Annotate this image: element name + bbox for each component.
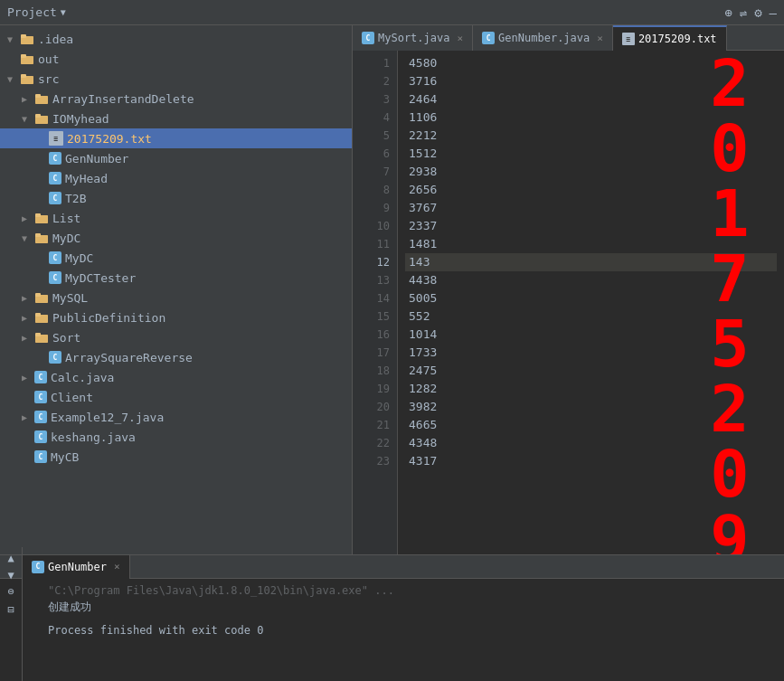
line-number: 8 xyxy=(353,181,397,199)
console-icon1[interactable]: ⊜ xyxy=(4,584,18,599)
svg-rect-5 xyxy=(21,56,33,64)
tree-item-ArrayInsertandDelete[interactable]: ▶ArrayInsertandDelete xyxy=(0,89,352,109)
tree-item-label: GenNumber xyxy=(65,152,128,166)
code-editor[interactable]: 1234567891011121314151617181920212223 45… xyxy=(353,51,784,554)
tree-item-label: Calc.java xyxy=(51,371,114,384)
tree-file-icon xyxy=(20,71,34,86)
tree-item-ArraySquareReverse[interactable]: CArraySquareReverse xyxy=(0,347,352,367)
tree-item-label: MySQL xyxy=(52,291,88,305)
gear-icon[interactable]: ⚙ xyxy=(754,5,761,20)
tree-item-src[interactable]: ▼src xyxy=(0,69,352,89)
tab-close-button[interactable]: × xyxy=(457,33,463,44)
bottom-tab-close[interactable]: × xyxy=(114,561,120,572)
tree-item-label: out xyxy=(38,52,59,66)
bottom-tab-gennumber[interactable]: CGenNumber× xyxy=(23,555,130,579)
tree-item-20175209txt[interactable]: ≡20175209.txt xyxy=(0,128,352,148)
tree-item-label: .idea xyxy=(38,33,73,46)
tree-item-label: PublicDefinition xyxy=(52,311,165,325)
line-number: 1 xyxy=(353,54,397,72)
code-line: 1481 xyxy=(405,235,777,253)
code-line: 4665 xyxy=(405,416,777,434)
tree-item-GenNumber[interactable]: CGenNumber xyxy=(0,148,352,168)
tree-file-icon: C xyxy=(49,271,61,284)
tree-file-icon xyxy=(34,211,49,225)
tree-file-icon: C xyxy=(49,172,61,184)
line-number: 15 xyxy=(353,307,397,326)
project-panel: ▼.ideaout▼src▶ArrayInsertandDelete▼IOMyh… xyxy=(0,25,353,554)
tree-arrow: ▼ xyxy=(22,233,34,243)
tree-item-out[interactable]: out xyxy=(0,49,352,69)
tree-item-T2B[interactable]: CT2B xyxy=(0,188,352,208)
line-number: 6 xyxy=(353,145,397,163)
tree-item-label: Client xyxy=(51,391,93,404)
line-number: 18 xyxy=(353,362,397,380)
tree-item-MyCB[interactable]: CMyCB xyxy=(0,447,352,467)
tree-arrow: ▶ xyxy=(22,94,34,104)
code-line: 2337 xyxy=(405,217,777,235)
tree-item-Example127java[interactable]: ▶CExample12_7.java xyxy=(0,407,352,427)
minimize-icon[interactable]: — xyxy=(770,5,777,20)
tree-file-icon: C xyxy=(49,251,61,264)
tree-file-icon: C xyxy=(34,411,47,423)
tab-file-icon: C xyxy=(482,32,495,44)
split-icon[interactable]: ⇌ xyxy=(740,5,747,20)
line-number: 22 xyxy=(353,434,397,452)
tree-item-MyDC[interactable]: ▼MyDC xyxy=(0,228,352,248)
tree-arrow: ▼ xyxy=(22,114,34,124)
tab-close-button[interactable]: × xyxy=(597,33,603,44)
tab-label: GenNumber.java xyxy=(498,32,590,44)
console-process-line: Process finished with exit code 0 xyxy=(48,622,777,638)
console-output: "C:\Program Files\Java\jdk1.8.0_102\bin\… xyxy=(23,579,784,681)
project-label: Project xyxy=(7,5,57,19)
svg-rect-11 xyxy=(35,96,48,104)
big-digit: 9 xyxy=(710,506,749,554)
line-number: 4 xyxy=(353,109,397,127)
tree-item-label: src xyxy=(38,72,59,86)
editor-tab-mysort[interactable]: CMySort.java× xyxy=(353,25,473,51)
project-dropdown-arrow[interactable]: ▼ xyxy=(61,7,66,17)
tree-item-Sort[interactable]: ▶Sort xyxy=(0,327,352,347)
tree-file-icon xyxy=(20,52,34,66)
main-layout: ▼.ideaout▼src▶ArrayInsertandDelete▼IOMyh… xyxy=(0,25,784,554)
code-line: 552 xyxy=(405,307,777,326)
tree-item-PublicDefinition[interactable]: ▶PublicDefinition xyxy=(0,307,352,327)
tree-file-icon xyxy=(34,111,49,126)
code-line: 2475 xyxy=(405,362,777,380)
code-line: 3716 xyxy=(405,72,777,90)
tree-file-icon xyxy=(34,290,49,305)
tab-label: MySort.java xyxy=(378,32,449,44)
tree-item-keshangjava[interactable]: Ckeshang.java xyxy=(0,427,352,447)
tree-arrow: ▼ xyxy=(7,34,20,44)
tree-item-label: T2B xyxy=(65,192,86,205)
line-number: 11 xyxy=(353,235,397,253)
editor-tab-gennumber[interactable]: CGenNumber.java× xyxy=(473,25,613,51)
console-icon2[interactable]: ⊟ xyxy=(4,602,18,617)
tree-item-label: keshang.java xyxy=(51,430,136,444)
tree-item-idea[interactable]: ▼.idea xyxy=(0,29,352,49)
bottom-up-arrow[interactable]: ▲ xyxy=(4,551,18,565)
tree-item-MyDC[interactable]: CMyDC xyxy=(0,248,352,268)
tree-item-MyDCTester[interactable]: CMyDCTester xyxy=(0,268,352,288)
svg-rect-8 xyxy=(21,76,33,84)
editor-tab-txt[interactable]: ≡20175209.txt xyxy=(613,25,727,51)
tree-item-Client[interactable]: CClient xyxy=(0,387,352,407)
tree-item-IOMyhead[interactable]: ▼IOMyhead xyxy=(0,109,352,128)
svg-rect-29 xyxy=(35,335,48,343)
tab-file-icon: C xyxy=(362,32,374,44)
code-content[interactable]: 4580371624641106221215122938265637672337… xyxy=(398,51,784,554)
tree-arrow: ▶ xyxy=(22,213,34,223)
editor-area: CMySort.java×CGenNumber.java×≡20175209.t… xyxy=(353,25,784,554)
code-line: 4580 xyxy=(405,54,777,72)
tree-item-List[interactable]: ▶List xyxy=(0,208,352,228)
tree-item-MyHead[interactable]: CMyHead xyxy=(0,168,352,188)
tree-item-label: MyDCTester xyxy=(65,271,136,285)
tree-file-icon: C xyxy=(34,391,47,403)
tree-file-icon: C xyxy=(34,371,47,383)
code-line: 4348 xyxy=(405,434,777,452)
code-line: 5005 xyxy=(405,289,777,307)
tree-item-Calcjava[interactable]: ▶CCalc.java xyxy=(0,367,352,387)
tree-item-MySQL[interactable]: ▶MySQL xyxy=(0,288,352,307)
tree-item-label: Sort xyxy=(52,331,80,345)
globe-icon[interactable]: ⊕ xyxy=(724,5,732,20)
console-command-line: "C:\Program Files\Java\jdk1.8.0_102\bin\… xyxy=(48,582,777,599)
